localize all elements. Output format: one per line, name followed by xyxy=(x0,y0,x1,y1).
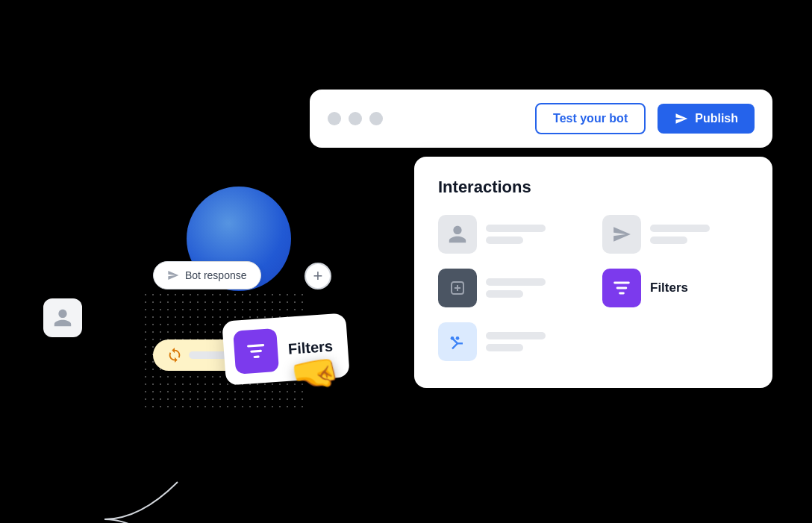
toolbar-dot-2 xyxy=(349,112,362,125)
options-labels xyxy=(486,332,546,351)
toolbar-dot-3 xyxy=(369,112,383,125)
bot-response-node[interactable]: Bot response xyxy=(153,261,261,289)
hand-cursor: 🤜 xyxy=(287,347,343,400)
interaction-item-condition[interactable] xyxy=(438,269,584,307)
test-bot-button[interactable]: Test your bot xyxy=(535,103,646,134)
label-line-7 xyxy=(486,332,546,339)
interactions-grid: Filters xyxy=(438,215,749,361)
filters-drag-icon-box xyxy=(233,328,279,375)
flow-area: Bot response + Filters 🤜 xyxy=(22,201,440,470)
interaction-item-user[interactable] xyxy=(438,215,584,254)
user-input-labels xyxy=(486,225,546,244)
toolbar-card: Test your bot Publish xyxy=(310,90,772,148)
bot-response-label: Bot response xyxy=(185,269,247,281)
interactions-title: Interactions xyxy=(438,178,749,197)
label-line-3 xyxy=(650,225,710,232)
label-line-1 xyxy=(486,225,546,232)
toolbar-dot-1 xyxy=(328,112,341,125)
label-line-2 xyxy=(486,237,523,244)
label-line-8 xyxy=(486,344,523,351)
condition-labels xyxy=(486,278,546,298)
trigger-node[interactable] xyxy=(43,298,82,337)
label-line-5 xyxy=(486,278,546,286)
interaction-item-filters[interactable]: Filters xyxy=(602,269,749,307)
label-line-6 xyxy=(486,290,523,298)
filters-icon-box xyxy=(602,269,641,307)
send-icon-box xyxy=(602,215,641,254)
connectors-svg xyxy=(45,403,463,523)
interaction-item-options[interactable] xyxy=(438,322,584,361)
interactions-panel: Interactions xyxy=(414,157,772,388)
publish-icon xyxy=(674,111,689,126)
toolbar-dots xyxy=(328,112,383,125)
plus-button[interactable]: + xyxy=(304,263,331,289)
condition-icon-box xyxy=(438,269,477,307)
publish-button[interactable]: Publish xyxy=(658,104,755,134)
filters-label: Filters xyxy=(650,281,688,295)
send-labels xyxy=(650,225,710,244)
interaction-item-send[interactable] xyxy=(602,215,749,254)
options-icon-box xyxy=(438,322,477,361)
label-line-4 xyxy=(650,237,687,244)
scene: Test your bot Publish Interactions xyxy=(0,0,812,523)
user-input-icon-box xyxy=(438,215,477,254)
svg-point-2 xyxy=(456,336,460,340)
